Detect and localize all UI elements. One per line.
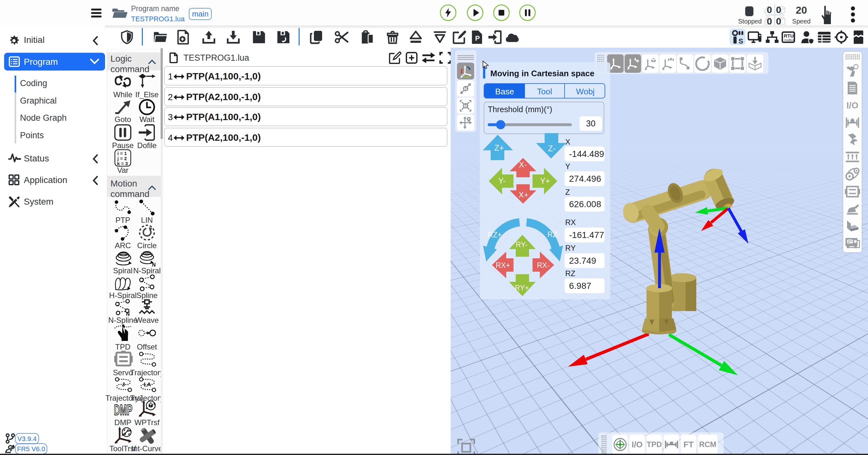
- svg-text:LA: LA: [144, 381, 151, 388]
- svg-text:RY+: RY+: [515, 284, 529, 292]
- svg-text:J: J: [122, 381, 125, 388]
- svg-text:M: M: [464, 104, 467, 108]
- svg-text:N: N: [126, 311, 130, 316]
- svg-text:DMP: DMP: [114, 402, 132, 418]
- svg-text:i = 1: i = 1: [117, 151, 127, 156]
- svg-text:Y-: Y-: [498, 176, 505, 185]
- svg-text:RY-: RY-: [516, 240, 527, 249]
- svg-text:X+: X+: [519, 190, 528, 199]
- svg-text:j = 2: j = 2: [117, 156, 127, 161]
- svg-text:N: N: [152, 262, 156, 266]
- svg-text:P: P: [475, 34, 480, 42]
- svg-text:RZ-: RZ-: [548, 230, 560, 238]
- svg-text:RX+: RX+: [496, 261, 510, 269]
- svg-text:S: S: [739, 37, 743, 45]
- svg-text:RZ+: RZ+: [488, 231, 502, 239]
- svg-text:X-: X-: [519, 160, 527, 169]
- svg-text:Z+: Z+: [494, 143, 504, 152]
- svg-text:k = 3: k = 3: [117, 161, 128, 166]
- svg-text:Z-: Z-: [548, 144, 556, 153]
- svg-text:RX-: RX-: [537, 261, 550, 269]
- svg-text:M: M: [464, 87, 467, 91]
- svg-text:Y+: Y+: [540, 176, 550, 185]
- svg-text:RTU: RTU: [784, 33, 794, 38]
- svg-text:modbus: modbus: [784, 38, 795, 41]
